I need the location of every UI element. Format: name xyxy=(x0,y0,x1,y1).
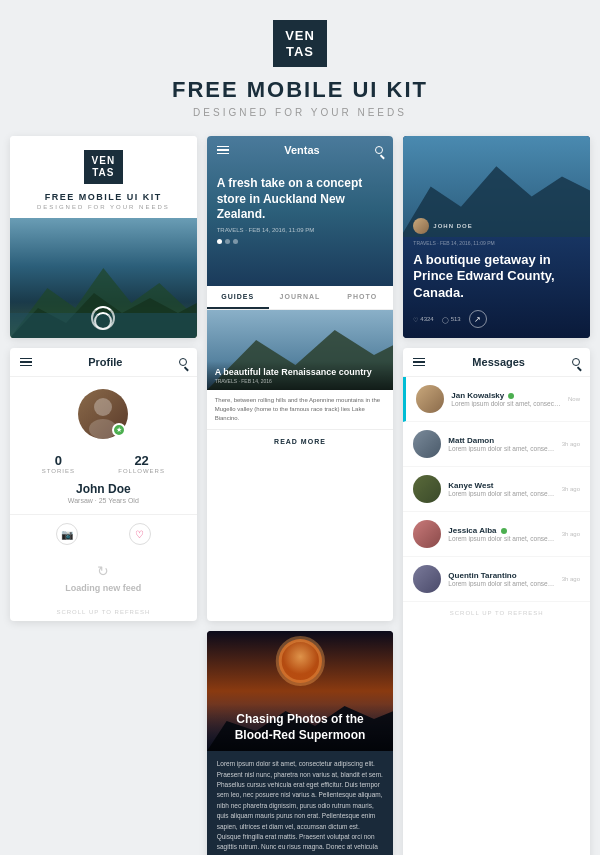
profile-avatar-section: ★ xyxy=(10,377,197,453)
supermoon-overlay: Chasing Photos of the Blood-Red Supermoo… xyxy=(207,704,394,751)
msg-avatar-4 xyxy=(413,520,441,548)
msg-avatar-1 xyxy=(416,385,444,413)
card-grid: VEN TAS FREE MOBILE UI KIT DESIGNED FOR … xyxy=(10,136,590,855)
message-item-5[interactable]: Quentin Tarantino Lorem ipsum dolor sit … xyxy=(403,557,590,602)
card-news-dots xyxy=(217,239,384,244)
profile-stat-stories: 0 STORIES xyxy=(42,453,75,474)
msg-time-3: 3h ago xyxy=(562,486,580,492)
msg-text-1: Lorem ipsum dolor sit amet, consectetur. xyxy=(451,400,561,407)
profile-name: John Doe xyxy=(10,482,197,496)
card-news-header: Ventas A fresh take on a concept store i… xyxy=(207,136,394,286)
page-header: VEN TAS FREE MOBILE UI KIT DESIGNED FOR … xyxy=(172,20,428,118)
stories-label: STORIES xyxy=(42,468,75,474)
card-news-article-image: A beautiful late Renaissance country TRA… xyxy=(207,310,394,390)
tab-journal[interactable]: JOURNAL xyxy=(269,286,331,309)
profile-stat-followers: 22 FOLLOWERS xyxy=(118,453,165,474)
msg-content-4: Jessica Alba Lorem ipsum dolor sit amet,… xyxy=(448,526,554,542)
profile-location: Warsaw · 25 Years Old xyxy=(10,497,197,504)
message-item-2[interactable]: Matt Damon Lorem ipsum dolor sit amet, c… xyxy=(403,422,590,467)
card-messages: Messages Jan Kowalsky Lorem ipsum dolor … xyxy=(403,348,590,855)
msg-content-5: Quentin Tarantino Lorem ipsum dolor sit … xyxy=(448,571,554,587)
loading-section: ↻ Loading new feed xyxy=(10,553,197,603)
message-item-1[interactable]: Jan Kowalsky Lorem ipsum dolor sit amet,… xyxy=(403,377,590,422)
followers-label: FOLLOWERS xyxy=(118,468,165,474)
card-news-hero-meta: TRAVELS · FEB 14, 2016, 11:09 PM xyxy=(217,227,384,233)
scroll-hint: SCROLL UP TO REFRESH xyxy=(10,603,197,621)
message-item-4[interactable]: Jessica Alba Lorem ipsum dolor sit amet,… xyxy=(403,512,590,557)
profile-header: Profile xyxy=(10,348,197,377)
msg-time-2: 3h ago xyxy=(562,441,580,447)
msg-time-4: 3h ago xyxy=(562,531,580,537)
article-title: A beautiful late Renaissance country xyxy=(215,367,386,379)
supermoon-image: Chasing Photos of the Blood-Red Supermoo… xyxy=(207,631,394,751)
boutique-stats: ♡ 4324 ◯ 513 ↗ xyxy=(413,310,580,328)
loading-text: Loading new feed xyxy=(65,583,141,593)
read-more-button[interactable]: READ MORE xyxy=(207,429,394,453)
article-body-text: There, between rolling hills and the Ape… xyxy=(215,396,386,423)
tab-guides[interactable]: GUIDES xyxy=(207,286,269,309)
card-boutique-content: JOHN DOE TRAVELS · FEB 14, 2016, 11:09 P… xyxy=(413,218,580,329)
profile-hamburger-icon[interactable] xyxy=(20,358,32,367)
msg-name-5: Quentin Tarantino xyxy=(448,571,554,580)
card-profile: Profile ★ 0 STORIES 22 xyxy=(10,348,197,621)
profile-stats: 0 STORIES 22 FOLLOWERS xyxy=(10,453,197,482)
msg-content-3: Kanye West Lorem ipsum dolor sit amet, c… xyxy=(448,481,554,497)
profile-action-icons: 📷 ♡ xyxy=(10,514,197,553)
hamburger-icon[interactable] xyxy=(217,146,229,155)
share-button[interactable]: ↗ xyxy=(469,310,487,328)
msg-name-1: Jan Kowalsky xyxy=(451,391,561,400)
card-splash-title: FREE MOBILE UI KIT xyxy=(45,192,162,202)
boutique-meta: TRAVELS · FEB 14, 2016, 11:09 PM xyxy=(413,240,580,246)
messages-hamburger-icon[interactable] xyxy=(413,358,425,367)
msg-avatar-5 xyxy=(413,565,441,593)
card-splash-subtitle: DESIGNED FOR YOUR NEEDS xyxy=(37,204,170,210)
messages-search-icon[interactable] xyxy=(572,358,580,366)
messages-scroll-hint: SCROLL UP TO REFRESH xyxy=(403,602,590,624)
msg-time-5: 3h ago xyxy=(562,576,580,582)
boutique-user-name: JOHN DOE xyxy=(433,223,472,229)
page-subtitle: DESIGNED FOR YOUR NEEDS xyxy=(193,107,407,118)
msg-time-1: Now xyxy=(568,396,580,402)
svg-point-7 xyxy=(94,398,112,416)
card-splash: VEN TAS FREE MOBILE UI KIT DESIGNED FOR … xyxy=(10,136,197,338)
card-supermoon: Chasing Photos of the Blood-Red Supermoo… xyxy=(207,631,394,855)
messages-title: Messages xyxy=(472,356,525,368)
msg-content-1: Jan Kowalsky Lorem ipsum dolor sit amet,… xyxy=(451,391,561,407)
msg-content-2: Matt Damon Lorem ipsum dolor sit amet, c… xyxy=(448,436,554,452)
search-icon[interactable] xyxy=(375,146,383,154)
comment-icon: ◯ xyxy=(442,316,449,323)
card-news-body: There, between rolling hills and the Ape… xyxy=(207,390,394,429)
msg-avatar-2 xyxy=(413,430,441,458)
boutique-title: A boutique getaway in Prince Edward Coun… xyxy=(413,252,580,303)
boutique-user: JOHN DOE xyxy=(413,218,580,234)
supermoon-title: Chasing Photos of the Blood-Red Supermoo… xyxy=(217,712,384,743)
article-meta: TRAVELS · FEB 14, 2016 xyxy=(215,378,386,384)
card-splash-image xyxy=(10,218,197,338)
supermoon-body: Lorem ipsum dolor sit amet, consectetur … xyxy=(207,751,394,855)
msg-text-5: Lorem ipsum dolor sit amet, consectetur. xyxy=(448,580,554,587)
dot-2 xyxy=(225,239,230,244)
logo: VEN TAS xyxy=(273,20,327,67)
heart-icon[interactable]: ♡ xyxy=(129,523,151,545)
article-overlay: A beautiful late Renaissance country TRA… xyxy=(207,361,394,391)
boutique-likes: ♡ 4324 xyxy=(413,316,433,323)
tab-photo[interactable]: PHOTO xyxy=(331,286,393,309)
camera-icon[interactable]: 📷 xyxy=(56,523,78,545)
card-splash-logo: VEN TAS xyxy=(84,150,124,184)
loading-spinner: ↻ xyxy=(97,563,109,579)
card-news-brand: Ventas xyxy=(229,144,376,156)
card-boutique: JOHN DOE TRAVELS · FEB 14, 2016, 11:09 P… xyxy=(403,136,590,338)
msg-text-2: Lorem ipsum dolor sit amet, consectetur. xyxy=(448,445,554,452)
boutique-avatar xyxy=(413,218,429,234)
message-item-3[interactable]: Kanye West Lorem ipsum dolor sit amet, c… xyxy=(403,467,590,512)
msg-name-2: Matt Damon xyxy=(448,436,554,445)
online-indicator xyxy=(508,393,514,399)
online-indicator-4 xyxy=(501,528,507,534)
card-news-nav: Ventas xyxy=(217,144,384,156)
profile-search-icon[interactable] xyxy=(179,358,187,366)
msg-name-3: Kanye West xyxy=(448,481,554,490)
msg-avatar-3 xyxy=(413,475,441,503)
dot-3 xyxy=(233,239,238,244)
card-news-feed: Ventas A fresh take on a concept store i… xyxy=(207,136,394,621)
heart-icon: ♡ xyxy=(413,316,418,323)
